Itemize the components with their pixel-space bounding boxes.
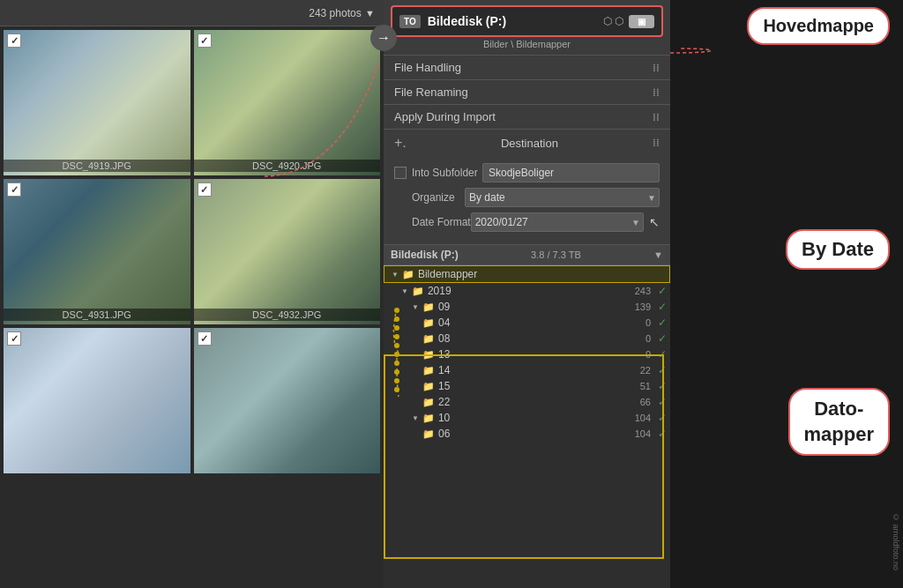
photo-cell-4[interactable]: DSC_4932.JPG — [194, 179, 381, 324]
tree-check-22: ✓ — [654, 396, 667, 408]
drive-name: Bildedisk (P:) — [391, 249, 459, 261]
photo-cell-3[interactable]: DSC_4931.JPG — [4, 179, 190, 324]
tree-folder-22: 📁 — [422, 397, 435, 408]
cursor-indicator: ↖ — [649, 215, 660, 229]
tree-item-2019[interactable]: ▼ 📁 2019 243 ✓ — [384, 283, 670, 299]
organize-select[interactable]: By date By original folders Into one fol… — [465, 188, 660, 207]
tree-item-09[interactable]: ▼ 📁 09 139 ✓ — [384, 299, 670, 315]
subfolder-input[interactable] — [482, 163, 660, 182]
dest-header: TO Bildedisk (P:) ⬡ ⬡ ▣ Bilder \ Bildema… — [384, 0, 670, 56]
apply-during-import-label: Apply During Import — [394, 110, 496, 123]
photo-cell-1[interactable]: DSC_4919.JPG — [4, 30, 190, 175]
organize-select-wrapper: By date By original folders Into one fol… — [465, 188, 660, 207]
tree-label-09: 09 — [438, 301, 450, 313]
tree-item-14[interactable]: 📁 14 22 ✓ — [384, 362, 670, 378]
copyright: © arnoldfoto.no — [892, 513, 900, 570]
file-handling-icon: ⁞⁞ — [653, 62, 660, 74]
date-format-select-wrapper: 2020/01/27 2020-01-27 20200127 ▼ — [471, 212, 644, 232]
add-button[interactable]: +. — [394, 135, 407, 151]
photo-checkbox-6[interactable] — [198, 331, 212, 346]
date-format-select[interactable]: 2020/01/27 2020-01-27 20200127 — [471, 212, 644, 232]
tree-folder-08: 📁 — [422, 333, 435, 345]
tree-folder-2019: 📁 — [412, 286, 424, 297]
tree-item-13[interactable]: 📁 13 0 ✓ — [384, 346, 670, 362]
tree-count-15: 51 — [640, 381, 654, 391]
apply-during-import-section[interactable]: Apply During Import ⁞⁞ — [384, 105, 670, 130]
tree-folder-09: 📁 — [422, 301, 435, 313]
subfolder-label: Into Subfolder — [412, 167, 482, 179]
tree-item-04[interactable]: 📁 04 0 ✓ — [384, 315, 670, 331]
destination-box: TO Bildedisk (P:) ⬡ ⬡ ▣ — [391, 5, 663, 37]
tree-triangle-09: ▼ — [412, 303, 419, 311]
organize-row: Organize By date By original folders Int… — [394, 188, 660, 207]
photo-checkbox-2[interactable] — [198, 33, 212, 48]
tree-label-14: 14 — [438, 364, 450, 376]
tree-item-bildemapper[interactable]: ▼ 📁 Bildemapper — [384, 265, 670, 283]
photo-checkbox-5[interactable] — [7, 331, 21, 346]
usb-icon[interactable]: ▣ — [629, 15, 654, 28]
tree-check-08: ✓ — [654, 332, 667, 345]
tree-label-22: 22 — [438, 396, 450, 408]
tree-check-04: ✓ — [654, 316, 667, 329]
tree-label-13: 13 — [438, 348, 450, 361]
drive-arrow[interactable]: ▼ — [653, 249, 663, 260]
tree-folder-bildemapper: 📁 — [402, 269, 414, 280]
tree-count-14: 22 — [640, 365, 654, 376]
photo-checkbox-1[interactable] — [7, 33, 21, 48]
photo-cell-6[interactable] — [194, 328, 381, 473]
destination-section: +. Destination ⁞⁞ Into Subfolder Organiz… — [384, 130, 670, 245]
tree-item-15[interactable]: 📁 15 51 ✓ — [384, 378, 670, 394]
tree-check-09: ✓ — [654, 301, 667, 313]
tree-check-13: ✓ — [654, 348, 667, 361]
photo-cell-5[interactable] — [4, 328, 190, 473]
dest-dropdown-arrow[interactable]: ⬡ ⬡ — [603, 15, 623, 27]
photo-cell-2[interactable]: DSC_4920.JPG — [194, 30, 381, 175]
tree-count-04: 0 — [646, 317, 654, 328]
file-handling-section[interactable]: File Handling ⁞⁞ — [384, 56, 670, 80]
tree-folder-13: 📁 — [422, 349, 435, 361]
destination-label: Destination — [501, 137, 558, 150]
main-container: 243 photos ▼ DSC_4919.JPG DSC_4920.JPG D… — [0, 0, 903, 588]
photo-checkbox-3[interactable] — [7, 182, 21, 197]
tree-folder-04: 📁 — [422, 317, 435, 329]
tree-count-06: 104 — [635, 428, 654, 439]
tree-check-2019: ✓ — [654, 285, 667, 297]
tree-label-08: 08 — [438, 332, 450, 345]
tree-item-22[interactable]: 📁 22 66 ✓ — [384, 394, 670, 410]
file-renaming-label: File Renaming — [394, 86, 468, 99]
tree-label-2019: 2019 — [428, 285, 452, 297]
form-area: Into Subfolder Organize By date By origi… — [384, 156, 670, 244]
tree-label-bildemapper: Bildemapper — [418, 268, 477, 280]
tree-triangle-bildemapper: ▼ — [392, 271, 399, 279]
destination-icon: ⁞⁞ — [653, 137, 660, 149]
date-format-row: Date Format 2020/01/27 2020-01-27 202001… — [394, 212, 660, 232]
tree-count-08: 0 — [646, 333, 654, 344]
tree-triangle-2019: ▼ — [401, 287, 408, 295]
tree-item-08[interactable]: 📁 08 0 ✓ — [384, 331, 670, 346]
subfolder-checkbox[interactable] — [394, 167, 407, 179]
tree-count-09: 139 — [635, 301, 654, 312]
tree-label-06: 06 — [438, 428, 450, 440]
tree-count-2019: 243 — [635, 286, 654, 296]
photo-label-4: DSC_4932.JPG — [194, 309, 381, 321]
photo-checkbox-4[interactable] — [198, 182, 212, 197]
photo-label-2: DSC_4920.JPG — [194, 160, 381, 172]
file-renaming-section[interactable]: File Renaming ⁞⁞ — [384, 80, 670, 105]
tree-label-15: 15 — [438, 380, 450, 392]
tree-folder-10: 📁 — [422, 413, 435, 424]
organize-label: Organize — [394, 191, 465, 204]
tree-item-10[interactable]: ▼ 📁 10 104 ✓ — [384, 410, 670, 426]
photo-label-3: DSC_4931.JPG — [4, 309, 190, 321]
subfolder-row: Into Subfolder — [394, 163, 660, 182]
photo-panel: 243 photos ▼ DSC_4919.JPG DSC_4920.JPG D… — [0, 0, 384, 588]
dest-path: Bilder \ Bildemapper — [391, 39, 663, 49]
tree-triangle-10: ▼ — [412, 414, 419, 422]
tree-item-06[interactable]: 📁 06 104 ✓ — [384, 426, 670, 442]
annotation-hoofdmappe: Hovedmappe — [747, 7, 890, 45]
photo-label-1: DSC_4919.JPG — [4, 160, 190, 172]
destination-section-header: +. Destination ⁞⁞ — [384, 130, 670, 156]
photo-count-arrow[interactable]: ▼ — [365, 8, 375, 19]
file-tree-header: Bildedisk (P:) 3.8 / 7.3 TB ▼ — [384, 245, 670, 265]
file-renaming-icon: ⁞⁞ — [653, 86, 660, 99]
tree-check-15: ✓ — [654, 380, 667, 392]
